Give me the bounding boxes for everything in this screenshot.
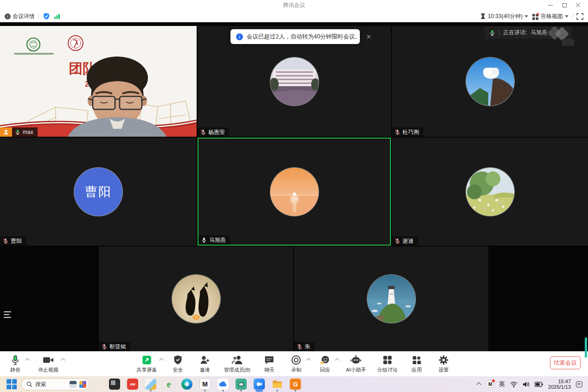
taskbar-app-photos-legacy[interactable] xyxy=(109,378,121,390)
taskbar-clock[interactable]: 15:47 2025/1/13 xyxy=(548,379,571,390)
end-meeting-button[interactable]: 结束会议 xyxy=(550,356,581,369)
share-screen-button[interactable]: 共享屏幕 xyxy=(137,354,157,373)
member-list-handle-icon[interactable] xyxy=(4,310,13,319)
manage-members-label: 管理成员(8) xyxy=(224,367,250,373)
record-button[interactable]: 录制 xyxy=(288,354,304,373)
security-button[interactable]: 安全 xyxy=(170,354,186,373)
person-plus-icon xyxy=(200,354,210,366)
chevron-up-icon[interactable] xyxy=(159,358,164,363)
photos-icon[interactable] xyxy=(79,381,86,388)
hidden-icons-chevron[interactable] xyxy=(476,382,481,387)
participant-name: 谢迪 xyxy=(403,237,414,245)
network-signal-icon[interactable] xyxy=(54,13,60,19)
taskbar-app-baidu-netdisk[interactable] xyxy=(217,378,229,390)
reactions-button[interactable]: 回应 xyxy=(317,354,333,373)
meeting-timer[interactable]: 10:33(40分钟) xyxy=(480,13,528,20)
tray-marktext-icon[interactable]: M xyxy=(486,380,494,388)
participant-nametag: 朱 xyxy=(294,342,314,351)
settings-button[interactable]: 设置 xyxy=(435,354,451,373)
notification-center-icon[interactable] xyxy=(576,381,582,387)
taskbar-app-edge[interactable] xyxy=(181,378,193,390)
watermark-block xyxy=(562,39,574,46)
microphone-icon xyxy=(11,354,20,366)
battery-icon[interactable] xyxy=(535,382,543,387)
breakout-rooms-button[interactable]: 分组讨论 xyxy=(377,354,397,373)
banner-text: 会议已超过2人，自动转为40分钟限时会议。 xyxy=(247,33,361,41)
minimize-button[interactable] xyxy=(543,0,557,10)
manage-members-button[interactable]: 管理成员(8) xyxy=(224,354,250,373)
taskbar-app-huawei-appgallery[interactable]: HW xyxy=(127,378,139,390)
avatar-initials: 曹阳 xyxy=(74,168,122,216)
clipchamp-icon[interactable] xyxy=(70,381,77,388)
search-text: 搜索 xyxy=(35,380,67,388)
mic-active-icon xyxy=(489,30,495,36)
taskbar-app-gif-tool[interactable]: G xyxy=(289,378,301,390)
apps-button[interactable]: 应用 xyxy=(409,354,424,373)
chevron-up-icon[interactable] xyxy=(26,358,30,363)
clock-date: 2025/1/13 xyxy=(548,384,571,390)
info-icon: i xyxy=(236,33,243,40)
start-button[interactable] xyxy=(6,379,17,389)
chevron-up-icon[interactable] xyxy=(335,358,340,363)
meeting-details-button[interactable]: i 会议详情 xyxy=(5,13,35,20)
participant-name: 朱 xyxy=(305,343,310,351)
taskbar-app-tencent-meeting[interactable] xyxy=(253,378,265,390)
meeting-menubar: i 会议详情 10:33(40分钟) xyxy=(0,10,588,22)
share-screen-label: 共享屏幕 xyxy=(137,367,157,373)
participant-nametag: max xyxy=(12,127,38,137)
speaking-indicator: 正在讲话: 马旭燕 xyxy=(485,26,572,39)
taskbar-app-photo-viewer[interactable] xyxy=(145,378,157,390)
speaker-icon[interactable] xyxy=(523,381,530,387)
mute-button[interactable]: 静音 xyxy=(7,354,23,373)
maximize-button[interactable] xyxy=(557,0,571,10)
participant-tile-jinyaming[interactable]: 靳亚铭 xyxy=(99,247,293,351)
host-badge xyxy=(0,127,12,137)
chevron-up-icon[interactable] xyxy=(61,358,65,363)
grid-view-icon xyxy=(532,13,539,20)
record-icon xyxy=(291,354,301,366)
meeting-timer-label: 10:33(40分钟) xyxy=(488,13,523,20)
security-shield-icon[interactable] xyxy=(43,13,50,20)
participant-tile-maxuyan[interactable]: 马旭燕 xyxy=(198,138,391,246)
speaking-name: 马旭燕 xyxy=(530,29,547,37)
smiley-icon xyxy=(320,354,330,366)
chat-button[interactable]: 聊天 xyxy=(262,354,277,373)
mic-muted-icon xyxy=(297,344,302,349)
participant-nametag: 杜巧阁 xyxy=(392,127,423,137)
apps-label: 应用 xyxy=(411,367,422,373)
ai-assistant-button[interactable]: AI小助手 xyxy=(346,354,366,373)
banner-close-button[interactable]: ✕ xyxy=(366,33,371,40)
taskbar-app-marktext[interactable]: M xyxy=(199,378,211,390)
taskbar-search[interactable]: 搜索 xyxy=(21,379,89,390)
taskbar-app-file-explorer[interactable] xyxy=(271,378,283,390)
taskbar-app-screenshot-tool[interactable] xyxy=(235,378,247,390)
fullscreen-button[interactable] xyxy=(576,13,583,20)
avatar-sky-photo xyxy=(466,57,514,106)
ime-indicator[interactable]: 英 xyxy=(499,380,505,388)
meeting-limit-banner: i 会议已超过2人，自动转为40分钟限时会议。 ✕ xyxy=(230,29,360,44)
taskbar-app-internet-explorer[interactable]: e xyxy=(163,378,175,390)
invite-button[interactable]: 邀请 xyxy=(197,354,213,373)
members-icon xyxy=(231,354,243,366)
view-mode-label: 宫格视图 xyxy=(541,13,563,20)
chevron-up-icon[interactable] xyxy=(307,358,311,363)
view-mode-switch[interactable]: 宫格视图 xyxy=(532,13,569,20)
wifi-icon[interactable] xyxy=(510,381,518,387)
participant-tile-xiedi[interactable]: 谢迪 xyxy=(392,138,588,246)
scrollbar-thumb[interactable] xyxy=(585,337,587,358)
running-indicator xyxy=(204,390,206,392)
robot-icon xyxy=(351,354,362,366)
meeting-toolbar: 静音 停止视频 共享屏幕 xyxy=(0,351,588,376)
participant-name: 曹阳 xyxy=(11,237,22,245)
participant-name: max xyxy=(23,129,33,135)
participant-tile-max[interactable]: 团队会 2025 ··· xyxy=(0,26,197,137)
participant-tile-duqiaoge[interactable]: 杜巧阁 xyxy=(392,26,588,137)
participant-tile-caoyang[interactable]: 曹阳 曹阳 xyxy=(0,138,197,246)
close-button[interactable] xyxy=(571,0,585,10)
participant-tile-zhu[interactable]: 朱 xyxy=(294,247,488,351)
stop-video-button[interactable]: 停止视频 xyxy=(38,354,58,373)
minimize-icon xyxy=(548,5,553,6)
divider xyxy=(38,13,39,19)
avatar-initials-text: 曹阳 xyxy=(85,183,112,200)
folder-icon xyxy=(272,380,282,388)
